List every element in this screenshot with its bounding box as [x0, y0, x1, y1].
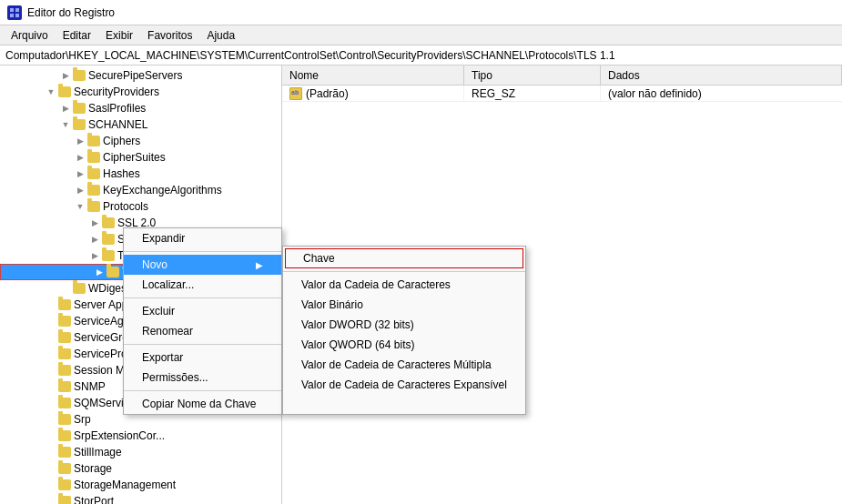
folder-icon — [58, 299, 71, 310]
tree-item-ciphersuites[interactable]: ▶ CipherSuites — [0, 149, 281, 166]
folder-icon — [102, 234, 115, 245]
expander-ciphers[interactable]: ▶ — [73, 133, 87, 149]
expander-ciphersuites[interactable]: ▶ — [73, 149, 87, 166]
table-row[interactable]: (Padrão) REG_SZ (valor não definido) — [282, 86, 842, 102]
folder-icon — [58, 414, 71, 425]
context-menu-permissoes[interactable]: Permissões... — [124, 368, 281, 388]
context-menu-copiar[interactable]: Copiar Nome da Chave — [124, 394, 281, 414]
tree-item-hashes[interactable]: ▶ Hashes — [0, 166, 281, 182]
tree-label: StorageManagement — [74, 477, 176, 493]
context-menu-renomear[interactable]: Renomear — [124, 321, 281, 341]
folder-icon — [73, 119, 86, 130]
submenu-valor-binario[interactable]: Valor Binário — [283, 295, 525, 315]
tree-item-stillimage[interactable]: StillImage — [0, 444, 281, 460]
title-bar-text: Editor do Registro — [27, 6, 115, 19]
app-icon — [7, 5, 22, 20]
submenu-arrow: ▶ — [247, 260, 263, 270]
folder-icon — [58, 447, 71, 458]
folder-icon — [102, 250, 115, 261]
tree-label: SrpExtensionCor... — [74, 428, 165, 444]
tree-label: SecurityProviders — [74, 84, 159, 100]
folder-icon — [58, 348, 71, 359]
expander-securityproviders[interactable]: ▼ — [44, 84, 58, 100]
cell-data: (valor não definido) — [601, 86, 842, 102]
expander-schannel[interactable]: ▼ — [58, 116, 73, 133]
context-menu-expandir[interactable]: Expandir — [124, 228, 281, 248]
folder-icon — [107, 267, 119, 277]
expander-saslprofiles[interactable]: ▶ — [58, 100, 73, 116]
menu-favoritos[interactable]: Favoritos — [140, 27, 199, 44]
expander-ssl20[interactable]: ▶ — [87, 215, 102, 231]
submenu-chave-label: Chave — [303, 252, 335, 265]
tree-item-saslprofiles[interactable]: ▶ SaslProfiles — [0, 100, 281, 116]
context-menu-novo-label: Novo — [142, 258, 167, 271]
context-menu-novo[interactable]: Novo ▶ — [124, 255, 281, 275]
folder-icon — [73, 103, 86, 114]
folder-icon — [87, 185, 100, 196]
submenu-valor-expansivel[interactable]: Valor de Cadeia de Caracteres Expansível — [283, 375, 525, 395]
submenu-chave[interactable]: Chave — [285, 248, 523, 268]
tree-item-protocols[interactable]: ▼ Protocols — [0, 198, 281, 215]
folder-icon — [58, 332, 71, 343]
separator — [283, 271, 525, 272]
col-header-type: Tipo — [464, 66, 601, 86]
menu-editar[interactable]: Editar — [56, 27, 98, 44]
expander-protocols[interactable]: ▼ — [73, 198, 87, 215]
expander-ssl30[interactable]: ▶ — [87, 231, 102, 247]
column-headers: Nome Tipo Dados — [282, 66, 842, 86]
tree-item-storage[interactable]: Storage — [0, 460, 281, 477]
col-header-data: Dados — [601, 66, 842, 86]
cell-type: REG_SZ — [464, 86, 601, 102]
separator — [124, 297, 281, 298]
folder-icon — [58, 86, 71, 97]
context-menu-exportar[interactable]: Exportar — [124, 348, 281, 368]
submenu-valor-qword[interactable]: Valor QWORD (64 bits) — [283, 335, 525, 355]
folder-icon — [102, 217, 115, 228]
expander-tls11[interactable]: ▶ — [92, 264, 107, 280]
tree-label: SaslProfiles — [88, 100, 146, 116]
title-bar: Editor do Registro — [0, 0, 842, 25]
folder-icon — [58, 365, 71, 376]
submenu-valor-cadeia[interactable]: Valor da Cadeia de Caracteres — [283, 275, 525, 295]
tree-item-schannel[interactable]: ▼ SCHANNEL — [0, 116, 281, 133]
tree-item-storagemanagement[interactable]: StorageManagement — [0, 477, 281, 493]
tree-item-securepipeservers[interactable]: ▶ SecurePipeServers — [0, 67, 281, 84]
tree-label: StorPort — [74, 493, 114, 504]
tree-label: CipherSuites — [103, 149, 166, 166]
folder-icon — [87, 168, 100, 179]
folder-icon — [58, 316, 71, 327]
menu-bar: Arquivo Editar Exibir Favoritos Ajuda — [0, 25, 842, 45]
col-header-name: Nome — [282, 66, 464, 86]
expander-keyexchange[interactable]: ▶ — [73, 182, 87, 198]
folder-icon — [58, 479, 71, 490]
menu-exibir[interactable]: Exibir — [98, 27, 140, 44]
tree-item-srpextension[interactable]: SrpExtensionCor... — [0, 428, 281, 444]
submenu-valor-multipla[interactable]: Valor de Cadeia de Caracteres Múltipla — [283, 355, 525, 375]
tree-item-ciphers[interactable]: ▶ Ciphers — [0, 133, 281, 149]
tree-label: SNMP — [74, 378, 106, 395]
expander-tls10[interactable]: ▶ — [87, 247, 102, 264]
expander-securepipeservers[interactable]: ▶ — [58, 67, 73, 84]
tree-label: KeyExchangeAlgorithms — [103, 182, 222, 198]
tree-item-storport[interactable]: StorPort — [0, 493, 281, 504]
svg-rect-0 — [10, 8, 14, 12]
tree-item-securityproviders[interactable]: ▼ SecurityProviders — [0, 84, 281, 100]
tree-label: SCHANNEL — [88, 116, 147, 133]
menu-arquivo[interactable]: Arquivo — [4, 27, 56, 44]
context-menu: Expandir Novo ▶ Localizar... Excluir Ren… — [123, 227, 282, 415]
context-menu-excluir[interactable]: Excluir — [124, 301, 281, 321]
tree-label: Protocols — [103, 198, 148, 215]
tree-label: Hashes — [103, 166, 140, 182]
tree-label: Ciphers — [103, 133, 140, 149]
svg-rect-3 — [15, 14, 19, 17]
tree-item-keyexchange[interactable]: ▶ KeyExchangeAlgorithms — [0, 182, 281, 198]
address-path: Computador\HKEY_LOCAL_MACHINE\SYSTEM\Cur… — [5, 49, 615, 62]
folder-icon — [73, 70, 86, 81]
svg-rect-1 — [15, 8, 19, 12]
context-menu-localizar[interactable]: Localizar... — [124, 275, 281, 295]
submenu-valor-dword[interactable]: Valor DWORD (32 bits) — [283, 315, 525, 335]
folder-icon — [58, 463, 71, 474]
submenu: Chave Valor da Cadeia de Caracteres Valo… — [282, 246, 526, 415]
menu-ajuda[interactable]: Ajuda — [199, 27, 242, 44]
expander-hashes[interactable]: ▶ — [73, 166, 87, 182]
